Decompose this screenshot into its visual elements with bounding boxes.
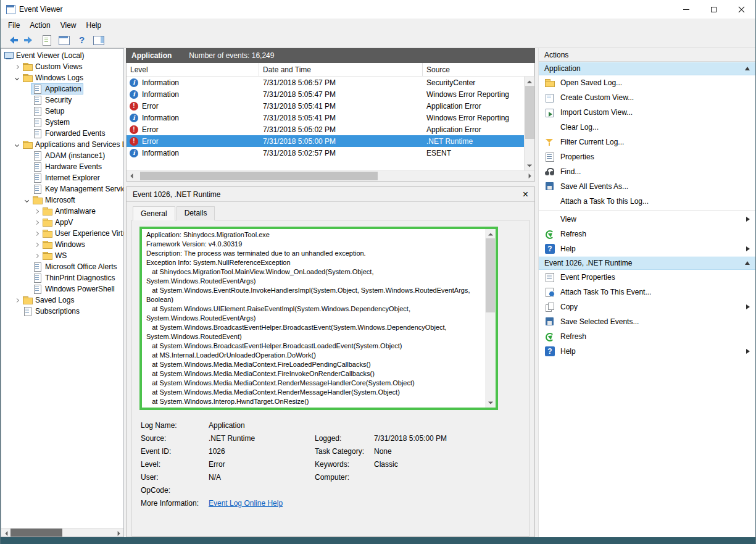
forward-icon[interactable] — [23, 34, 36, 46]
scrollbar-thumb[interactable] — [10, 529, 62, 537]
tree-item-windows-powershell[interactable]: Windows PowerShell — [1, 283, 123, 295]
event-row-4-windows-error-reporting[interactable]: Information 7/31/2018 5:05:41 PM Windows… — [127, 112, 534, 123]
tree-node[interactable]: Setup — [31, 106, 65, 116]
tree-item-hardware-events[interactable]: Hardware Events — [1, 161, 123, 172]
action-import-custom-view[interactable]: Import Custom View... — [539, 105, 755, 120]
expander-chevron-icon[interactable] — [12, 65, 22, 69]
event-description-text[interactable]: Application: Shinydocs.MigrationTool.exe… — [142, 229, 485, 408]
tree-item-custom-views[interactable]: Custom Views — [1, 61, 123, 72]
menu-action[interactable]: Action — [25, 19, 55, 31]
scrollbar-thumb[interactable] — [525, 86, 534, 139]
tree-node[interactable]: Security — [31, 95, 73, 105]
action-save-all-events-as[interactable]: Save All Events As... — [539, 179, 755, 194]
action-create-custom-view[interactable]: Create Custom View... — [539, 90, 755, 105]
tree-item-appv[interactable]: AppV — [1, 217, 123, 228]
action-save-selected-events[interactable]: Save Selected Events... — [539, 314, 755, 329]
tree-node[interactable]: Microsoft Office Alerts — [31, 262, 118, 272]
collapse-chevron-icon[interactable] — [745, 64, 750, 70]
tree-node[interactable]: WS — [41, 251, 68, 261]
tree-node[interactable]: Internet Explorer — [31, 173, 101, 183]
expander-chevron-icon[interactable] — [32, 221, 41, 224]
tree-node[interactable]: Forwarded Events — [31, 128, 106, 138]
tree-node[interactable]: Application — [31, 84, 83, 94]
action-find[interactable]: Find... — [539, 164, 755, 179]
tree-item-ws[interactable]: WS — [1, 250, 123, 261]
tree-item-windows[interactable]: Windows — [1, 239, 123, 250]
action-help[interactable]: Help — [539, 344, 755, 359]
action-view[interactable]: View — [539, 212, 755, 227]
scroll-up-icon[interactable] — [486, 229, 495, 238]
tab-general[interactable]: General — [133, 206, 175, 220]
export-list-icon[interactable] — [40, 34, 54, 46]
tree-node[interactable]: ThinPrint Diagnostics — [31, 273, 116, 283]
menu-help[interactable]: Help — [81, 19, 107, 31]
action-attach-a-task-to-this-log[interactable]: Attach a Task To this Log... — [539, 194, 755, 209]
console-window-icon[interactable] — [57, 34, 71, 46]
event-row-1-securitycenter[interactable]: Information 7/31/2018 5:06:57 PM Securit… — [127, 77, 534, 88]
tree-item-subscriptions[interactable]: Subscriptions — [1, 306, 123, 317]
table-vertical-scrollbar[interactable] — [524, 77, 534, 170]
tree-node[interactable]: Saved Logs — [22, 295, 75, 305]
tree-node[interactable]: Microsoft — [31, 195, 77, 205]
expander-chevron-icon[interactable] — [12, 299, 22, 302]
tree-item-system[interactable]: System — [1, 117, 123, 128]
action-help[interactable]: Help — [539, 241, 755, 256]
help-icon[interactable] — [75, 34, 88, 46]
scrollbar-thumb[interactable] — [140, 172, 378, 180]
action-open-saved-log[interactable]: Open Saved Log... — [539, 75, 755, 90]
scroll-down-icon[interactable] — [525, 161, 534, 170]
maximize-button[interactable] — [700, 0, 728, 19]
action-copy[interactable]: Copy — [539, 299, 755, 314]
tree-node[interactable]: AppV — [41, 217, 74, 227]
collapse-chevron-icon[interactable] — [745, 259, 750, 265]
tree-item-saved-logs[interactable]: Saved Logs — [1, 295, 123, 306]
tree-item-key-management-service[interactable]: Key Management Service — [1, 183, 123, 195]
action-filter-current-log[interactable]: Filter Current Log... — [539, 135, 755, 149]
tree-item-internet-explorer[interactable]: Internet Explorer — [1, 172, 123, 183]
tree-node[interactable]: Hardware Events — [31, 162, 103, 172]
event-row-7-esent[interactable]: Information 7/31/2018 5:02:57 PM ESENT — [127, 147, 534, 159]
close-button[interactable] — [728, 0, 755, 19]
tree-node[interactable]: Custom Views — [22, 62, 83, 72]
expander-chevron-icon[interactable] — [22, 199, 31, 202]
scroll-left-icon[interactable] — [127, 172, 136, 181]
tree-node[interactable]: Windows PowerShell — [31, 284, 116, 294]
tree-item-antimalware[interactable]: Antimalware — [1, 206, 123, 217]
event-row-3-application-error[interactable]: Error 7/31/2018 5:05:41 PM Application E… — [127, 100, 534, 112]
menu-file[interactable]: File — [3, 19, 25, 31]
column-header-level[interactable]: Level — [127, 63, 259, 76]
expander-chevron-icon[interactable] — [32, 210, 41, 213]
scroll-up-icon[interactable] — [525, 77, 534, 86]
tree-node[interactable]: Event Viewer (Local) — [2, 51, 86, 61]
tree-item-user-experience-virtualization[interactable]: User Experience Virtualization — [1, 228, 123, 239]
column-header-source[interactable]: Source — [423, 63, 534, 76]
expander-chevron-icon[interactable] — [12, 143, 22, 146]
description-scrollbar[interactable] — [485, 229, 496, 408]
table-horizontal-scrollbar[interactable] — [127, 170, 534, 181]
expander-chevron-icon[interactable] — [32, 232, 41, 235]
scroll-down-icon[interactable] — [486, 398, 495, 408]
action-event-properties[interactable]: Event Properties — [539, 270, 755, 285]
expander-chevron-icon[interactable] — [32, 254, 41, 257]
tree-item-windows-logs[interactable]: Windows Logs — [1, 72, 123, 83]
tree-item-microsoft[interactable]: Microsoft — [1, 195, 123, 206]
close-detail-icon[interactable] — [523, 190, 528, 199]
tree-node[interactable]: Windows Logs — [22, 73, 85, 83]
scroll-right-icon[interactable] — [114, 529, 123, 537]
event-row-2-windows-error-reporting[interactable]: Information 7/31/2018 5:05:47 PM Windows… — [127, 88, 534, 100]
actions-section-event-1026-net-runtime[interactable]: Event 1026, .NET Runtime — [539, 256, 755, 270]
tree-node[interactable]: Subscriptions — [22, 306, 81, 316]
event-row-5-application-error[interactable]: Error 7/31/2018 5:05:02 PM Application E… — [127, 123, 534, 135]
scrollbar-thumb[interactable] — [486, 238, 495, 312]
tree-item-event-viewer-local[interactable]: Event Viewer (Local) — [1, 50, 123, 61]
tree-node[interactable]: User Experience Virtualization — [41, 228, 123, 238]
column-header-date-and-time[interactable]: Date and Time — [259, 63, 423, 76]
tree-item-microsoft-office-alerts[interactable]: Microsoft Office Alerts — [1, 261, 123, 272]
action-refresh[interactable]: Refresh — [539, 329, 755, 344]
action-pane-icon[interactable] — [92, 34, 106, 46]
actions-section-application[interactable]: Application — [539, 62, 755, 75]
tree-item-security[interactable]: Security — [1, 94, 123, 106]
tree-horizontal-scrollbar[interactable] — [1, 528, 123, 537]
action-clear-log[interactable]: Clear Log... — [539, 120, 755, 135]
menu-view[interactable]: View — [56, 19, 81, 31]
